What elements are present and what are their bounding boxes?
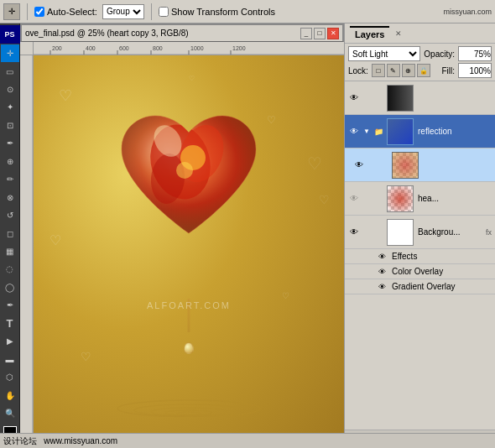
fill-input[interactable] bbox=[458, 63, 492, 78]
layers-controls: Soft Light Normal Multiply Screen Opacit… bbox=[345, 44, 495, 81]
move-tool-icon[interactable]: ✛ bbox=[3, 3, 20, 20]
tool-zoom[interactable]: 🔍 bbox=[1, 404, 19, 421]
left-toolbar: PS ✛ ▭ ⊙ ✦ ⊡ ✒ ⊕ ✏ ⊗ ↺ ◻ ▦ ◌ ◯ ✒ T ▶ ▬ ⬡… bbox=[0, 23, 20, 448]
lock-all-btn[interactable]: 🔒 bbox=[417, 64, 430, 77]
tool-magic-wand[interactable]: ✦ bbox=[1, 99, 19, 116]
gradient-overlay-eye-icon[interactable]: 👁 bbox=[375, 280, 388, 294]
heart-svg bbox=[105, 95, 273, 254]
color-overlay-eye-icon[interactable]: 👁 bbox=[375, 265, 388, 279]
layer-expand-icon bbox=[362, 194, 372, 204]
layer-visibility-icon[interactable]: 👁 bbox=[346, 191, 362, 206]
layer-visibility-icon[interactable]: 👁 bbox=[346, 124, 362, 139]
document-title: ove_final.psd @ 25% (heart copy 3, RGB/8… bbox=[25, 29, 299, 38]
effects-eye-icon[interactable]: 👁 bbox=[375, 250, 388, 263]
tool-gradient[interactable]: ▦ bbox=[1, 242, 19, 259]
layers-close-icon[interactable]: ✕ bbox=[393, 29, 404, 39]
svg-text:200: 200 bbox=[52, 45, 62, 51]
svg-point-20 bbox=[176, 162, 193, 179]
svg-point-25 bbox=[165, 410, 212, 415]
layer-visibility-icon[interactable]: 👁 bbox=[346, 91, 362, 106]
layers-tab[interactable]: Layers bbox=[350, 26, 389, 41]
layers-header: Layers ✕ bbox=[345, 23, 495, 44]
toolbar-separator-1 bbox=[27, 3, 28, 20]
tool-healing[interactable]: ⊕ bbox=[1, 153, 19, 169]
layer-type-icon: 📁 bbox=[372, 125, 385, 138]
tool-path-select[interactable]: ▶ bbox=[1, 333, 19, 350]
tool-move[interactable]: ✛ bbox=[1, 44, 19, 61]
site-url-top: missyuan.com bbox=[443, 8, 492, 16]
heart-container bbox=[105, 95, 273, 279]
tool-pen[interactable]: ✒ bbox=[1, 297, 19, 314]
layers-panel: Layers ✕ Soft Light Normal Multiply Scre… bbox=[344, 23, 495, 448]
tool-eraser[interactable]: ◻ bbox=[1, 225, 19, 242]
layer-type-icon bbox=[372, 192, 385, 206]
layer-name: reflection bbox=[415, 127, 493, 136]
layer-thumbnail bbox=[387, 185, 414, 212]
tool-clone[interactable]: ⊗ bbox=[1, 189, 19, 206]
minimize-button[interactable]: _ bbox=[300, 28, 312, 39]
color-overlay-effect[interactable]: 👁 Color Overlay bbox=[345, 264, 495, 279]
vertical-ruler bbox=[20, 55, 34, 448]
canvas-image: ♡ ♡ ♡ ♡ ♡ ♡ ♡ ♡ bbox=[34, 55, 344, 448]
maximize-button[interactable]: □ bbox=[314, 28, 326, 39]
show-transform-checkbox[interactable] bbox=[159, 7, 169, 17]
tool-history[interactable]: ↺ bbox=[1, 206, 19, 223]
layer-expand-icon bbox=[367, 160, 377, 170]
list-item[interactable]: 👁 ▼ 📁 reflection bbox=[345, 115, 495, 148]
tool-crop[interactable]: ⊡ bbox=[1, 117, 19, 133]
layer-visibility-icon[interactable]: 👁 bbox=[346, 225, 362, 240]
opacity-input[interactable] bbox=[458, 46, 492, 61]
water-drop-ball bbox=[184, 342, 194, 354]
bokeh-heart-5: ♡ bbox=[81, 350, 91, 363]
color-overlay-label: Color Overlay bbox=[388, 267, 443, 276]
ps-logo: PS bbox=[0, 25, 20, 44]
lock-position-btn[interactable]: ⊕ bbox=[402, 64, 415, 77]
svg-text:1000: 1000 bbox=[190, 45, 204, 51]
list-item[interactable]: 👁 hea... bbox=[345, 182, 495, 216]
effects-group: 👁 Effects bbox=[345, 249, 495, 264]
list-item[interactable]: 👁 bbox=[345, 148, 495, 182]
gradient-overlay-effect[interactable]: 👁 Gradient Overlay bbox=[345, 279, 495, 294]
tool-type[interactable]: T bbox=[1, 315, 19, 331]
blend-opacity-row: Soft Light Normal Multiply Screen Opacit… bbox=[348, 46, 492, 61]
tool-lasso[interactable]: ⊙ bbox=[1, 81, 19, 97]
lock-pixels-btn[interactable]: ✎ bbox=[387, 64, 400, 77]
layer-fx-icon: fx bbox=[486, 228, 493, 237]
tool-3d[interactable]: ⬡ bbox=[1, 368, 19, 385]
show-transform-text: Show Transform Controls bbox=[171, 7, 275, 17]
tool-marquee[interactable]: ▭ bbox=[1, 63, 19, 80]
tool-hand[interactable]: ✋ bbox=[1, 387, 19, 404]
tool-dodge[interactable]: ◯ bbox=[1, 279, 19, 295]
watermark-text: ALFOART.COM bbox=[147, 300, 231, 310]
lock-icons-group: □ ✎ ⊕ 🔒 bbox=[372, 64, 430, 77]
blend-mode-select[interactable]: Soft Light Normal Multiply Screen bbox=[348, 46, 420, 61]
tool-shape[interactable]: ▬ bbox=[1, 351, 19, 367]
canvas-area: ove_final.psd @ 25% (heart copy 3, RGB/8… bbox=[20, 23, 344, 448]
tool-eyedropper[interactable]: ✒ bbox=[1, 135, 19, 152]
document-titlebar: ove_final.psd @ 25% (heart copy 3, RGB/8… bbox=[20, 23, 344, 42]
svg-text:1200: 1200 bbox=[232, 45, 246, 51]
layer-expand-icon bbox=[362, 227, 372, 237]
group-select[interactable]: Group Layer bbox=[102, 4, 144, 19]
layer-type-icon bbox=[372, 226, 385, 239]
list-item[interactable]: 👁 bbox=[345, 81, 495, 115]
layer-expand-icon[interactable]: ▼ bbox=[362, 127, 372, 137]
bokeh-heart-1: ♡ bbox=[59, 86, 72, 105]
layer-visibility-icon[interactable]: 👁 bbox=[352, 158, 367, 173]
tool-brush[interactable]: ✏ bbox=[1, 171, 19, 188]
ripple-container bbox=[113, 392, 264, 417]
bokeh-heart-8: ♡ bbox=[319, 193, 330, 206]
list-item[interactable]: 👁 Backgrou... fx bbox=[345, 216, 495, 249]
status-bar: 设计论坛 www.missyuan.com bbox=[0, 433, 495, 448]
close-button[interactable]: ✕ bbox=[327, 28, 339, 39]
layer-name: hea... bbox=[415, 194, 493, 203]
svg-text:800: 800 bbox=[153, 45, 163, 51]
auto-select-checkbox[interactable] bbox=[34, 7, 44, 17]
layer-type-icon bbox=[377, 159, 390, 172]
lock-transparent-btn[interactable]: □ bbox=[372, 64, 385, 77]
tool-blur[interactable]: ◌ bbox=[1, 261, 19, 278]
opacity-label: Opacity: bbox=[424, 49, 455, 59]
layer-thumbnail bbox=[392, 152, 419, 179]
lock-fill-row: Lock: □ ✎ ⊕ 🔒 Fill: bbox=[348, 63, 492, 78]
auto-select-label: Auto-Select: bbox=[34, 7, 97, 17]
